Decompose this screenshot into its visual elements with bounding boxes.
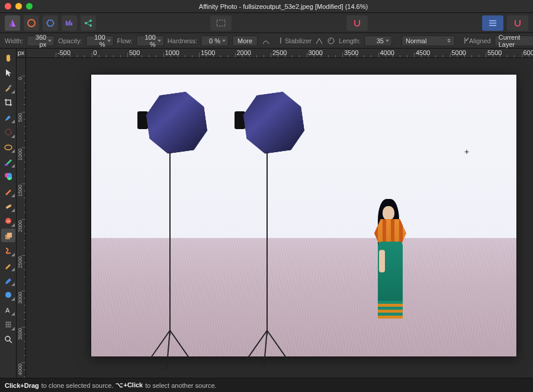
status-hint-bold-b: ⌥+Click xyxy=(115,381,143,389)
ruler-horizontal[interactable]: px -500050010001500200025003000350040004… xyxy=(17,49,533,58)
svg-point-15 xyxy=(7,173,12,178)
adjustment-tool[interactable] xyxy=(1,169,15,183)
opacity-label: Opacity: xyxy=(58,37,82,44)
close-window[interactable] xyxy=(5,3,11,9)
ruler-unit[interactable]: px xyxy=(17,49,26,57)
svg-marker-1 xyxy=(9,20,12,27)
hardness-label: Hardness: xyxy=(168,37,197,44)
titlebar: Affinity Photo - fullsizeoutput_53e2.jpe… xyxy=(0,0,533,13)
svg-point-6 xyxy=(89,24,92,27)
stabilizer-checkbox[interactable] xyxy=(280,37,281,44)
svg-point-2 xyxy=(28,20,35,27)
canvas-viewport[interactable]: + xyxy=(26,58,533,378)
brush-pressure-icon[interactable] xyxy=(261,36,271,46)
flow-label: Flow: xyxy=(117,37,133,44)
mesh-tool[interactable] xyxy=(1,317,15,331)
aligned-checkbox[interactable] xyxy=(464,37,465,44)
blendmode-select[interactable]: Normal xyxy=(402,36,455,46)
clone-tool[interactable] xyxy=(1,229,15,242)
retouch-tool[interactable] xyxy=(1,184,15,198)
healing-tool[interactable] xyxy=(1,199,15,213)
length-input[interactable]: 35 xyxy=(364,36,392,46)
width-input[interactable]: 360 px xyxy=(27,36,54,46)
maximize-window[interactable] xyxy=(26,3,33,9)
svg-point-22 xyxy=(5,336,10,341)
hand-tool[interactable] xyxy=(1,51,15,65)
svg-text:A: A xyxy=(5,307,10,314)
shape-tool[interactable] xyxy=(1,288,15,301)
length-label: Length: xyxy=(339,37,361,44)
develop-persona-icon[interactable] xyxy=(43,15,58,31)
status-hint-a: to clone selected source. xyxy=(41,382,114,389)
zoom-tool[interactable] xyxy=(1,332,15,346)
status-hint-b: to select another source. xyxy=(145,382,216,389)
snapping-magnet-icon[interactable] xyxy=(346,15,368,31)
window-controls xyxy=(5,3,33,9)
flow-input[interactable]: 100 % xyxy=(136,36,164,46)
selection-brush-tool[interactable] xyxy=(1,125,15,139)
menu-lines-icon[interactable] xyxy=(482,15,503,31)
aligned-label: Aligned xyxy=(469,37,491,44)
svg-point-4 xyxy=(85,22,87,24)
status-hint-bold-a: Click+Drag xyxy=(5,382,39,389)
gradient-tool[interactable] xyxy=(1,155,15,168)
rope-stabilizer-icon[interactable] xyxy=(315,36,323,46)
ruler-vertical[interactable]: 05001000150020002500300035004000 xyxy=(17,58,26,378)
status-bar: Click+Drag to clone selected source. ⌥+C… xyxy=(0,378,533,392)
svg-rect-12 xyxy=(5,164,7,166)
source-select[interactable]: Current Layer xyxy=(495,36,533,46)
marquee-selection-icon[interactable] xyxy=(210,15,232,31)
hardness-input[interactable]: 0 % xyxy=(201,36,229,46)
window-title: Affinity Photo - fullsizeoutput_53e2.jpe… xyxy=(38,3,528,10)
svg-point-5 xyxy=(89,20,92,22)
liquify-persona-icon[interactable] xyxy=(24,15,39,31)
sponge-tool[interactable] xyxy=(1,273,15,287)
opacity-input[interactable]: 100 % xyxy=(86,36,114,46)
workarea: px -500050010001500200025003000350040004… xyxy=(17,49,533,378)
inpainting-tool[interactable] xyxy=(1,214,15,227)
svg-point-10 xyxy=(5,129,11,135)
magnet-red-icon[interactable] xyxy=(507,15,528,31)
liquify-tool[interactable] xyxy=(1,243,15,257)
minimize-window[interactable] xyxy=(15,3,22,9)
svg-point-20 xyxy=(5,292,11,298)
document-canvas[interactable] xyxy=(91,75,516,356)
window-stabilizer-icon[interactable] xyxy=(327,36,335,46)
svg-rect-19 xyxy=(7,233,12,237)
photo-persona-icon[interactable] xyxy=(5,15,20,31)
svg-point-8 xyxy=(328,38,334,44)
more-button[interactable]: More xyxy=(232,36,258,46)
move-tool[interactable] xyxy=(1,66,15,79)
svg-rect-7 xyxy=(217,20,225,26)
width-label: Width: xyxy=(5,37,23,44)
color-picker-tool[interactable] xyxy=(1,81,15,94)
stabilizer-label: Stabilizer xyxy=(285,37,312,44)
tone-mapping-persona-icon[interactable] xyxy=(62,15,77,31)
paintbrush-tool[interactable] xyxy=(1,110,15,124)
export-persona-icon[interactable] xyxy=(81,15,96,31)
text-tool[interactable]: A xyxy=(1,303,15,316)
svg-marker-3 xyxy=(47,20,54,26)
photo-ground xyxy=(91,238,516,356)
context-toolbar: Width: 360 px Opacity: 100 % Flow: 100 %… xyxy=(0,33,533,49)
crop-tool[interactable] xyxy=(1,95,15,109)
flood-select-tool[interactable] xyxy=(1,140,15,153)
dodge-tool[interactable] xyxy=(1,258,15,272)
toolbox: A xyxy=(0,49,17,378)
persona-toolbar xyxy=(0,13,533,33)
